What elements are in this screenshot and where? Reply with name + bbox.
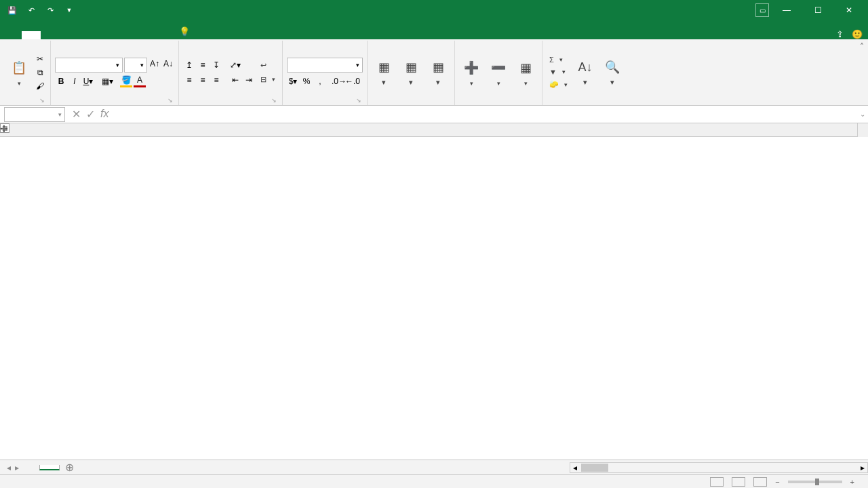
align-center-icon[interactable]: ≡ [197, 74, 209, 86]
new-sheet-icon[interactable]: ⊕ [60, 461, 79, 474]
sort-filter-button[interactable]: A↓ ▾ [573, 56, 597, 87]
insert-cells-button[interactable]: ➕ ▾ [459, 57, 484, 88]
alignment-label: ↘ [183, 102, 278, 105]
italic-icon[interactable]: I [68, 75, 81, 87]
fill-color-icon[interactable]: 🪣 [120, 75, 132, 87]
vertical-scrollbar[interactable] [857, 123, 868, 137]
name-box[interactable]: ▾ [4, 107, 65, 122]
page-layout-view-icon[interactable] [732, 477, 745, 487]
find-icon: 🔍 [603, 58, 622, 77]
format-cells-button[interactable]: ▦ ▾ [513, 57, 538, 88]
cancel-formula-icon[interactable]: ✕ [72, 108, 81, 121]
ribbon-tabs: 💡 ⇪ 🙂 [0, 20, 868, 39]
percent-icon[interactable]: % [300, 75, 313, 87]
clear-button[interactable]: 🧽▾ [547, 79, 570, 90]
horizontal-scrollbar[interactable]: ◂▸ [570, 462, 868, 473]
sheet-first-icon[interactable]: ◂ [7, 463, 11, 472]
zoom-in-icon[interactable]: + [850, 478, 854, 486]
paste-button[interactable]: 📋 ▾ [7, 57, 31, 88]
sheet-last-icon[interactable]: ▸ [15, 463, 19, 472]
qat-customize-icon[interactable]: ▼ [62, 3, 76, 17]
zoom-out-icon[interactable]: − [775, 478, 779, 486]
orientation-icon[interactable]: ⤢▾ [229, 59, 241, 71]
tab-foxit[interactable] [155, 31, 174, 39]
cell-styles-button[interactable]: ▦ ▾ [426, 56, 450, 87]
share-button[interactable]: ⇪ [836, 29, 846, 39]
align-right-icon[interactable]: ≡ [210, 74, 222, 86]
delete-cells-button[interactable]: ➖ ▾ [486, 57, 511, 88]
tab-home[interactable] [22, 31, 41, 39]
group-styles: ▦ ▾ ▦ ▾ ▦ ▾ [368, 41, 455, 105]
bold-icon[interactable]: B [55, 75, 67, 87]
format-painter-icon[interactable]: 🖌 [34, 80, 46, 92]
close-icon[interactable]: ✕ [835, 0, 863, 20]
launcher-icon[interactable]: ↘ [167, 97, 173, 104]
copy-icon[interactable]: ⧉ [34, 66, 46, 79]
title-bar: 💾 ↶ ↷ ▼ ▭ — ☐ ✕ [0, 0, 868, 20]
increase-indent-icon[interactable]: ⇥ [243, 74, 255, 86]
save-icon[interactable]: 💾 [5, 3, 19, 17]
align-bottom-icon[interactable]: ↧ [210, 59, 222, 71]
format-cells-icon: ▦ [516, 58, 535, 77]
fill-button[interactable]: ▼▾ [547, 66, 570, 77]
tab-formulas[interactable] [79, 31, 98, 39]
cell-styles-icon: ▦ [429, 58, 448, 77]
formula-input[interactable] [115, 107, 857, 122]
collapse-ribbon-icon[interactable]: ˄ [860, 42, 864, 52]
group-cells: ➕ ▾ ➖ ▾ ▦ ▾ [455, 41, 542, 105]
merge-center-button[interactable]: ⊟ ▾ [258, 74, 278, 85]
expand-formula-bar-icon[interactable]: ⌄ [857, 110, 868, 118]
number-format-combo[interactable]: ▾ [287, 58, 363, 73]
autosum-button[interactable]: Σ▾ [547, 54, 570, 65]
minimize-icon[interactable]: — [773, 0, 800, 20]
tab-page-layout[interactable] [60, 31, 79, 39]
underline-icon[interactable]: U▾ [82, 75, 94, 87]
normal-view-icon[interactable] [710, 477, 724, 487]
font-name-combo[interactable]: ▾ [55, 58, 123, 73]
font-label: ↘ [55, 102, 174, 105]
font-size-combo[interactable]: ▾ [124, 58, 147, 73]
launcher-icon[interactable]: ↘ [271, 97, 277, 104]
find-select-button[interactable]: 🔍 ▾ [600, 56, 625, 87]
wrap-text-button[interactable]: ↩ [258, 60, 278, 71]
worksheet-grid[interactable]: ▦ ✢ [0, 123, 868, 462]
align-left-icon[interactable]: ≡ [183, 74, 195, 86]
conditional-formatting-icon: ▦ [374, 58, 393, 77]
tab-view[interactable] [136, 31, 155, 39]
maximize-icon[interactable]: ☐ [804, 0, 831, 20]
align-middle-icon[interactable]: ≡ [197, 59, 209, 71]
format-as-table-button[interactable]: ▦ ▾ [399, 56, 423, 87]
page-break-view-icon[interactable] [753, 477, 767, 487]
cut-icon[interactable]: ✂ [34, 53, 46, 65]
sheet-tab-recurring[interactable] [39, 465, 60, 470]
enter-formula-icon[interactable]: ✓ [86, 108, 95, 121]
undo-icon[interactable]: ↶ [24, 3, 38, 17]
redo-icon[interactable]: ↷ [43, 3, 57, 17]
conditional-formatting-button[interactable]: ▦ ▾ [372, 56, 396, 87]
chevron-down-icon: ▾ [18, 80, 21, 87]
font-color-icon[interactable]: A [134, 75, 146, 87]
group-editing: Σ▾ ▼▾ 🧽▾ A↓ ▾ 🔍 ▾ [542, 41, 629, 105]
eraser-icon: 🧽 [549, 80, 559, 89]
comma-icon[interactable]: , [314, 75, 326, 87]
tell-me[interactable]: 💡 [174, 24, 198, 39]
launcher-icon[interactable]: ↘ [39, 97, 45, 104]
tab-review[interactable] [117, 31, 136, 39]
zoom-slider[interactable] [788, 481, 842, 483]
border-icon[interactable]: ▦▾ [101, 75, 113, 87]
accounting-icon[interactable]: $▾ [287, 75, 299, 87]
tab-data[interactable] [98, 31, 117, 39]
align-top-icon[interactable]: ↥ [183, 59, 195, 71]
tab-file[interactable] [3, 31, 22, 39]
increase-decimal-icon[interactable]: .0→ [333, 75, 345, 87]
fx-icon[interactable]: fx [100, 108, 108, 121]
decrease-decimal-icon[interactable]: ←.0 [347, 75, 359, 87]
launcher-icon[interactable]: ↘ [356, 97, 361, 104]
smiley-icon[interactable]: 🙂 [852, 29, 863, 39]
account-icon[interactable]: ▭ [755, 3, 769, 17]
tab-insert[interactable] [41, 31, 60, 39]
increase-font-icon[interactable]: A↑ [149, 58, 161, 70]
decrease-indent-icon[interactable]: ⇤ [229, 74, 241, 86]
decrease-font-icon[interactable]: A↓ [162, 58, 174, 70]
format-table-icon: ▦ [401, 58, 420, 77]
